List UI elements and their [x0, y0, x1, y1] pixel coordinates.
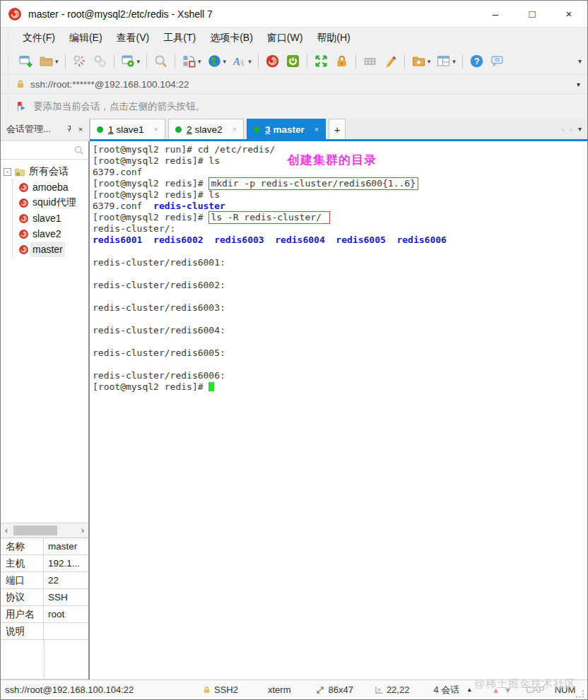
find-button[interactable] — [151, 52, 170, 71]
session-item-squid代理[interactable]: squid代理 — [13, 195, 88, 210]
terminal-text: redis-cluster/redis6004: — [93, 325, 225, 336]
dropdown-arrow-icon[interactable]: ▾ — [55, 58, 59, 65]
property-label: 端口 — [1, 572, 44, 588]
dropdown-arrow-icon[interactable]: ▾ — [223, 58, 227, 65]
menu-item[interactable]: 编辑(E) — [62, 29, 110, 47]
tab-slave2[interactable]: 2slave2× — [168, 119, 244, 139]
panel-close-icon[interactable]: × — [75, 124, 86, 135]
address-url[interactable]: ssh://root:******@192.168.100.104:22 — [30, 79, 577, 90]
dropdown-arrow-icon[interactable]: ▾ — [248, 58, 252, 65]
address-dropdown-icon[interactable]: ▾ — [577, 81, 580, 88]
property-row: 用户名root — [1, 606, 88, 623]
dropdown-arrow-icon[interactable]: ▾ — [452, 58, 456, 65]
tree-root-all-sessions[interactable]: - 所有会话 — [4, 164, 88, 179]
horizontal-scrollbar[interactable]: ‹ › — [1, 523, 88, 538]
scrollbar-thumb[interactable] — [13, 526, 57, 535]
terminal-line: redis-cluster/redis6005: — [93, 348, 587, 359]
tab-master[interactable]: 3master× — [247, 119, 326, 139]
dropdown-arrow-icon[interactable]: ▾ — [198, 58, 201, 65]
minimize-button[interactable]: – — [477, 1, 514, 27]
fullscreen-button[interactable] — [312, 52, 331, 71]
dropdown-arrow-icon[interactable]: ▾ — [428, 58, 431, 65]
session-sidebar: - 所有会话 amoebasquid代理slave1slave2master ‹… — [1, 141, 90, 680]
flag-icon[interactable] — [16, 100, 28, 112]
terminal-text: [root@mysql2 run]# cd /etc/redis/ — [93, 144, 275, 155]
session-label: amoeba — [33, 182, 69, 193]
new-file-button[interactable]: ▾ — [409, 52, 433, 71]
menu-item[interactable]: 窗口(W) — [260, 29, 310, 47]
disconnect-button[interactable] — [70, 52, 89, 71]
highlight-pen-button[interactable] — [381, 52, 400, 71]
web-globe-button[interactable]: ▾ — [205, 52, 229, 71]
open-session-folder-button[interactable]: ▾ — [37, 52, 61, 71]
terminal-view[interactable]: [root@mysql2 run]# cd /etc/redis/[root@m… — [90, 141, 587, 680]
session-item-slave2[interactable]: slave2 — [13, 226, 88, 242]
toolbar-separator — [146, 54, 147, 69]
directory-name: redis6001 redis6002 redis6003 redis6004 … — [93, 235, 447, 245]
svg-text:A: A — [238, 58, 245, 68]
terminal-line: 6379.conf — [93, 167, 587, 178]
maximize-button[interactable]: □ — [514, 1, 551, 27]
toolbar-overflow-arrow[interactable]: ▾ — [578, 57, 582, 65]
menu-item[interactable]: 查看(V) — [110, 29, 157, 47]
search-icon — [74, 145, 84, 155]
tab-number: 1 — [108, 124, 114, 135]
transfer-button[interactable]: ▾ — [180, 52, 204, 71]
terminal-line — [93, 359, 587, 370]
xshell-logo-icon — [8, 7, 22, 21]
dropdown-arrow-icon[interactable]: ▾ — [137, 58, 141, 65]
session-item-master[interactable]: master — [13, 242, 88, 257]
menu-item[interactable]: 工具(T) — [156, 29, 203, 47]
xftp-button[interactable] — [283, 52, 302, 71]
feedback-button[interactable] — [488, 52, 507, 71]
lock-button[interactable] — [332, 52, 351, 71]
menu-item[interactable]: 文件(F) — [16, 29, 62, 47]
toolbar-separator — [258, 54, 259, 69]
status-protocol: SSH2 — [202, 684, 238, 695]
menu-item[interactable]: 帮助(H) — [310, 29, 357, 47]
pin-icon[interactable] — [64, 124, 75, 135]
tab-close-icon[interactable]: × — [154, 125, 158, 134]
toolbar-separator — [462, 54, 463, 69]
reconnect-button[interactable] — [90, 52, 110, 71]
layout-button[interactable]: ▾ — [434, 52, 458, 71]
close-button[interactable]: × — [551, 1, 587, 27]
screen-size-icon — [316, 685, 325, 694]
tab-list-dropdown-icon[interactable]: ▾ — [578, 125, 582, 133]
xshell-session-icon — [18, 229, 29, 239]
scroll-right-icon[interactable]: › — [77, 526, 88, 535]
tree-expander-icon[interactable]: - — [4, 168, 11, 176]
xshell-button[interactable] — [263, 52, 282, 71]
scrollbar-track[interactable] — [12, 523, 77, 538]
status-session-count[interactable]: 4 会话 ▲ — [433, 684, 472, 696]
resize-grip-icon[interactable] — [575, 689, 585, 699]
virtual-keyboard-icon — [363, 54, 377, 69]
session-item-amoeba[interactable]: amoeba — [13, 179, 88, 195]
status-screen-size: 86x47 — [316, 684, 353, 695]
property-row: 协议SSH — [1, 589, 88, 606]
font-button[interactable]: AA▾ — [230, 52, 254, 71]
session-count-dropdown-icon[interactable]: ▲ — [466, 687, 472, 693]
tab-scroll-right-icon[interactable]: › — [570, 125, 572, 134]
menu-item[interactable]: 选项卡(B) — [203, 29, 260, 47]
virtual-keyboard-button[interactable] — [360, 52, 380, 71]
tab-slave1[interactable]: 1slave1× — [90, 119, 165, 139]
info-bar: 要添加当前会话，点击左侧的箭头按钮。 — [1, 93, 587, 119]
terminal-text: [root@mysql2 redis]# — [93, 381, 208, 392]
scroll-left-icon[interactable]: ‹ — [1, 526, 12, 535]
new-session-button[interactable] — [16, 52, 35, 71]
help-button[interactable]: ? — [467, 52, 486, 71]
xshell-icon — [265, 54, 280, 69]
tab-scroll-left-icon[interactable]: ‹ — [562, 125, 565, 134]
tab-close-icon[interactable]: × — [314, 125, 319, 134]
status-terminal-type[interactable]: xterm — [268, 684, 291, 695]
property-value: SSH — [44, 592, 88, 603]
property-row: 主机192.1... — [1, 555, 88, 572]
tab-close-icon[interactable]: × — [233, 125, 237, 134]
toolbar-separator — [65, 54, 66, 69]
session-properties-button[interactable]: ▾ — [119, 52, 143, 71]
new-tab-button[interactable]: + — [329, 119, 346, 139]
session-search-input[interactable] — [1, 141, 88, 160]
tab-number: 2 — [187, 124, 192, 135]
session-item-slave1[interactable]: slave1 — [13, 210, 88, 226]
